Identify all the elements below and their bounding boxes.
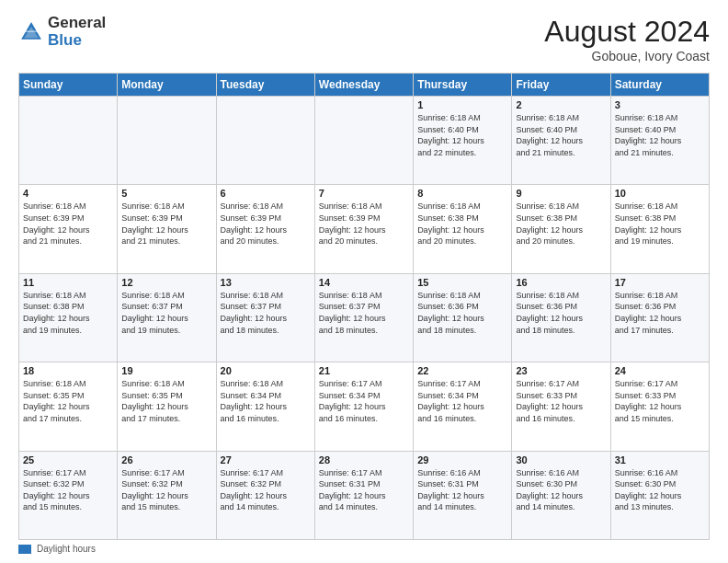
logo-blue: Blue bbox=[48, 32, 106, 50]
day-info: Sunrise: 6:18 AM Sunset: 6:38 PM Dayligh… bbox=[417, 201, 507, 247]
calendar-header-row: SundayMondayTuesdayWednesdayThursdayFrid… bbox=[19, 74, 710, 97]
day-info: Sunrise: 6:16 AM Sunset: 6:31 PM Dayligh… bbox=[417, 467, 507, 513]
calendar-day: 15Sunrise: 6:18 AM Sunset: 6:36 PM Dayli… bbox=[414, 273, 512, 362]
calendar-day: 26Sunrise: 6:17 AM Sunset: 6:32 PM Dayli… bbox=[118, 451, 216, 539]
calendar-day: 18Sunrise: 6:18 AM Sunset: 6:35 PM Dayli… bbox=[19, 362, 118, 451]
header: General Blue August 2024 Goboue, Ivory C… bbox=[18, 15, 710, 63]
logo-text: General Blue bbox=[48, 15, 106, 49]
day-info: Sunrise: 6:17 AM Sunset: 6:33 PM Dayligh… bbox=[516, 378, 606, 424]
calendar-day: 17Sunrise: 6:18 AM Sunset: 6:36 PM Dayli… bbox=[610, 273, 709, 362]
day-number: 8 bbox=[417, 188, 507, 199]
svg-rect-2 bbox=[26, 30, 37, 32]
day-info: Sunrise: 6:16 AM Sunset: 6:30 PM Dayligh… bbox=[516, 467, 606, 513]
calendar-day: 30Sunrise: 6:16 AM Sunset: 6:30 PM Dayli… bbox=[512, 451, 610, 539]
day-number: 29 bbox=[417, 454, 507, 465]
day-number: 30 bbox=[516, 454, 606, 465]
day-info: Sunrise: 6:17 AM Sunset: 6:34 PM Dayligh… bbox=[417, 378, 507, 424]
day-number: 20 bbox=[221, 365, 311, 376]
day-info: Sunrise: 6:18 AM Sunset: 6:38 PM Dayligh… bbox=[516, 201, 606, 247]
day-number: 2 bbox=[516, 99, 606, 110]
day-number: 5 bbox=[121, 188, 211, 199]
day-header-sunday: Sunday bbox=[19, 74, 118, 97]
day-header-thursday: Thursday bbox=[414, 74, 512, 97]
day-header-friday: Friday bbox=[512, 74, 610, 97]
calendar-day: 2Sunrise: 6:18 AM Sunset: 6:40 PM Daylig… bbox=[512, 97, 610, 185]
calendar-day: 20Sunrise: 6:18 AM Sunset: 6:34 PM Dayli… bbox=[216, 362, 314, 451]
calendar: SundayMondayTuesdayWednesdayThursdayFrid… bbox=[18, 73, 710, 540]
calendar-day: 31Sunrise: 6:16 AM Sunset: 6:30 PM Dayli… bbox=[610, 451, 709, 539]
day-number: 17 bbox=[615, 277, 705, 288]
calendar-day: 28Sunrise: 6:17 AM Sunset: 6:31 PM Dayli… bbox=[314, 451, 413, 539]
day-number: 11 bbox=[23, 277, 113, 288]
day-number: 7 bbox=[319, 188, 409, 199]
day-number: 12 bbox=[121, 277, 211, 288]
day-number: 28 bbox=[319, 454, 409, 465]
day-number: 24 bbox=[615, 365, 705, 376]
calendar-day bbox=[216, 97, 314, 185]
day-info: Sunrise: 6:18 AM Sunset: 6:40 PM Dayligh… bbox=[615, 112, 705, 158]
day-info: Sunrise: 6:17 AM Sunset: 6:33 PM Dayligh… bbox=[615, 378, 705, 424]
logo-icon bbox=[18, 19, 44, 45]
day-number: 18 bbox=[23, 365, 113, 376]
calendar-day bbox=[19, 97, 118, 185]
day-number: 25 bbox=[23, 454, 113, 465]
calendar-week-5: 25Sunrise: 6:17 AM Sunset: 6:32 PM Dayli… bbox=[19, 451, 710, 539]
calendar-week-1: 1Sunrise: 6:18 AM Sunset: 6:40 PM Daylig… bbox=[19, 97, 710, 185]
calendar-week-4: 18Sunrise: 6:18 AM Sunset: 6:35 PM Dayli… bbox=[19, 362, 710, 451]
day-info: Sunrise: 6:18 AM Sunset: 6:38 PM Dayligh… bbox=[615, 201, 705, 247]
day-info: Sunrise: 6:18 AM Sunset: 6:39 PM Dayligh… bbox=[23, 201, 113, 247]
day-number: 14 bbox=[319, 277, 409, 288]
calendar-day: 10Sunrise: 6:18 AM Sunset: 6:38 PM Dayli… bbox=[610, 185, 709, 273]
day-info: Sunrise: 6:18 AM Sunset: 6:40 PM Dayligh… bbox=[417, 112, 507, 158]
day-number: 16 bbox=[516, 277, 606, 288]
day-number: 19 bbox=[121, 365, 211, 376]
calendar-day bbox=[118, 97, 216, 185]
day-info: Sunrise: 6:17 AM Sunset: 6:32 PM Dayligh… bbox=[221, 467, 311, 513]
calendar-week-3: 11Sunrise: 6:18 AM Sunset: 6:38 PM Dayli… bbox=[19, 273, 710, 362]
calendar-day: 22Sunrise: 6:17 AM Sunset: 6:34 PM Dayli… bbox=[414, 362, 512, 451]
day-info: Sunrise: 6:18 AM Sunset: 6:37 PM Dayligh… bbox=[221, 290, 311, 336]
day-info: Sunrise: 6:18 AM Sunset: 6:39 PM Dayligh… bbox=[121, 201, 211, 247]
day-number: 23 bbox=[516, 365, 606, 376]
calendar-day: 7Sunrise: 6:18 AM Sunset: 6:39 PM Daylig… bbox=[314, 185, 413, 273]
calendar-day: 8Sunrise: 6:18 AM Sunset: 6:38 PM Daylig… bbox=[414, 185, 512, 273]
day-info: Sunrise: 6:18 AM Sunset: 6:37 PM Dayligh… bbox=[319, 290, 409, 336]
day-header-saturday: Saturday bbox=[610, 74, 709, 97]
logo-general: General bbox=[48, 15, 106, 32]
day-number: 4 bbox=[23, 188, 113, 199]
day-info: Sunrise: 6:18 AM Sunset: 6:40 PM Dayligh… bbox=[516, 112, 606, 158]
day-number: 9 bbox=[516, 188, 606, 199]
calendar-day: 25Sunrise: 6:17 AM Sunset: 6:32 PM Dayli… bbox=[19, 451, 118, 539]
day-number: 27 bbox=[221, 454, 311, 465]
calendar-day: 5Sunrise: 6:18 AM Sunset: 6:39 PM Daylig… bbox=[118, 185, 216, 273]
day-header-tuesday: Tuesday bbox=[216, 74, 314, 97]
day-number: 3 bbox=[615, 99, 705, 110]
day-number: 10 bbox=[615, 188, 705, 199]
day-info: Sunrise: 6:18 AM Sunset: 6:39 PM Dayligh… bbox=[221, 201, 311, 247]
day-number: 13 bbox=[221, 277, 311, 288]
day-info: Sunrise: 6:17 AM Sunset: 6:32 PM Dayligh… bbox=[23, 467, 113, 513]
day-info: Sunrise: 6:18 AM Sunset: 6:35 PM Dayligh… bbox=[23, 378, 113, 424]
day-info: Sunrise: 6:18 AM Sunset: 6:37 PM Dayligh… bbox=[121, 290, 211, 336]
day-number: 21 bbox=[319, 365, 409, 376]
legend-label: Daylight hours bbox=[37, 544, 96, 554]
calendar-day: 1Sunrise: 6:18 AM Sunset: 6:40 PM Daylig… bbox=[414, 97, 512, 185]
day-info: Sunrise: 6:18 AM Sunset: 6:36 PM Dayligh… bbox=[615, 290, 705, 336]
day-number: 15 bbox=[417, 277, 507, 288]
day-number: 26 bbox=[121, 454, 211, 465]
calendar-day: 4Sunrise: 6:18 AM Sunset: 6:39 PM Daylig… bbox=[19, 185, 118, 273]
day-info: Sunrise: 6:17 AM Sunset: 6:34 PM Dayligh… bbox=[319, 378, 409, 424]
calendar-day: 19Sunrise: 6:18 AM Sunset: 6:35 PM Dayli… bbox=[118, 362, 216, 451]
calendar-day: 23Sunrise: 6:17 AM Sunset: 6:33 PM Dayli… bbox=[512, 362, 610, 451]
calendar-day: 12Sunrise: 6:18 AM Sunset: 6:37 PM Dayli… bbox=[118, 273, 216, 362]
calendar-day: 11Sunrise: 6:18 AM Sunset: 6:38 PM Dayli… bbox=[19, 273, 118, 362]
day-number: 1 bbox=[417, 99, 507, 110]
calendar-day: 27Sunrise: 6:17 AM Sunset: 6:32 PM Dayli… bbox=[216, 451, 314, 539]
day-info: Sunrise: 6:18 AM Sunset: 6:35 PM Dayligh… bbox=[121, 378, 211, 424]
calendar-day: 14Sunrise: 6:18 AM Sunset: 6:37 PM Dayli… bbox=[314, 273, 413, 362]
calendar-day: 24Sunrise: 6:17 AM Sunset: 6:33 PM Dayli… bbox=[610, 362, 709, 451]
calendar-day: 16Sunrise: 6:18 AM Sunset: 6:36 PM Dayli… bbox=[512, 273, 610, 362]
day-number: 6 bbox=[221, 188, 311, 199]
month-title: August 2024 bbox=[544, 15, 710, 49]
day-header-monday: Monday bbox=[118, 74, 216, 97]
